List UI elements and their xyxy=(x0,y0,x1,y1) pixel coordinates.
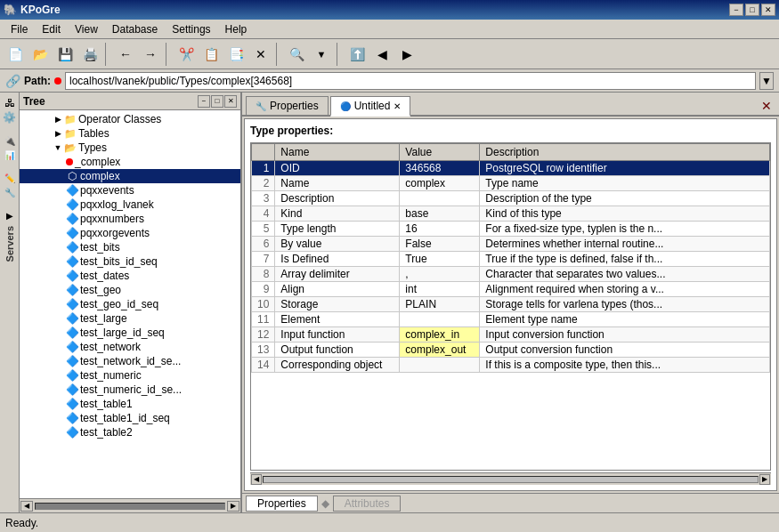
list-item[interactable]: 🔷 pqxxorgevents xyxy=(20,226,240,240)
tree-close-button[interactable]: ✕ xyxy=(224,95,237,108)
menu-view[interactable]: View xyxy=(68,21,105,37)
list-item[interactable]: 🔷 pqxxevents xyxy=(20,183,240,197)
menu-database[interactable]: Database xyxy=(105,21,165,37)
filter-button[interactable]: ▼ xyxy=(310,43,333,66)
scroll-right[interactable]: ▶ xyxy=(759,474,770,485)
bottom-tab-attributes[interactable]: Attributes xyxy=(333,496,402,512)
list-item[interactable]: 🔷 test_table1 xyxy=(20,397,240,411)
maximize-button[interactable]: □ xyxy=(745,4,759,16)
row-description: If this is a composite type, then this..… xyxy=(480,358,770,373)
type-icon: 🔷 xyxy=(66,326,78,339)
list-item[interactable]: 🔷 pqxxlog_lvanek xyxy=(20,197,240,212)
tab-properties[interactable]: 🔧 Properties xyxy=(246,96,329,115)
delete-button[interactable]: ✕ xyxy=(249,43,272,66)
list-item[interactable]: 🔷 test_large xyxy=(20,311,240,326)
tree-item-label: test_numeric_id_se... xyxy=(80,383,182,396)
copy-button[interactable]: 📋 xyxy=(199,43,223,66)
cut-button[interactable]: ✂️ xyxy=(174,43,198,66)
list-item[interactable]: ▶ 📁 Operator Classes xyxy=(20,112,240,126)
forward-button[interactable]: → xyxy=(139,43,162,66)
table-row[interactable]: 8Array delimiter,Character that separate… xyxy=(252,267,770,282)
folder-icon: 📁 xyxy=(64,127,77,140)
table-row[interactable]: 10StoragePLAINStorage tells for varlena … xyxy=(252,297,770,312)
server-settings-icon[interactable]: ⚙️ xyxy=(3,110,17,125)
execute-icon[interactable]: ▶ xyxy=(3,208,17,222)
table-row[interactable]: 14Corresponding objectIf this is a compo… xyxy=(252,358,770,373)
row-name: Corresponding object xyxy=(275,358,400,373)
list-item[interactable]: 🔷 pqxxnumbers xyxy=(20,212,240,226)
tree-scrollbar-h[interactable] xyxy=(35,503,225,510)
upload-button[interactable]: ⬆️ xyxy=(345,43,369,66)
tab-untitled[interactable]: 🔵 Untitled ✕ xyxy=(330,96,411,117)
menu-edit[interactable]: Edit xyxy=(35,21,68,37)
tree-item-label: pqxxorgevents xyxy=(80,227,150,239)
list-item[interactable]: 🔷 test_network xyxy=(20,340,240,354)
next-button[interactable]: ▶ xyxy=(395,43,418,66)
close-button[interactable]: ✕ xyxy=(761,4,775,16)
table-row[interactable]: 1OID346568PostgreSQL row identifier xyxy=(252,161,770,176)
print-button[interactable]: 🖨️ xyxy=(78,43,101,66)
table-icon[interactable]: 📊 xyxy=(3,148,17,162)
list-item[interactable]: 🔷 test_bits_id_seq xyxy=(20,254,240,269)
tree-item-complex[interactable]: ⬡ complex xyxy=(20,169,240,183)
menu-settings[interactable]: Settings xyxy=(165,21,217,37)
minimize-button[interactable]: − xyxy=(729,4,743,16)
list-item[interactable]: 🔷 test_network_id_se... xyxy=(20,354,240,368)
save-button[interactable]: 💾 xyxy=(53,43,77,66)
table-row[interactable]: 12Input functioncomplex_inInput conversi… xyxy=(252,327,770,343)
table-row[interactable]: 9AlignintAlignment required when storing… xyxy=(252,282,770,297)
edit-icon[interactable]: ✏️ xyxy=(3,171,17,185)
list-item[interactable]: 🔷 test_numeric_id_se... xyxy=(20,383,240,397)
table-row[interactable]: 4KindbaseKind of this type xyxy=(252,206,770,222)
back-button[interactable]: ← xyxy=(114,43,137,66)
menu-bar: File Edit View Database Settings Help xyxy=(0,20,779,39)
bottom-tab-properties[interactable]: Properties xyxy=(246,496,318,512)
list-item[interactable]: ▼ 📂 Types xyxy=(20,141,240,155)
tree-scroll-right[interactable]: ▶ xyxy=(227,501,239,512)
list-item[interactable]: 🔷 test_large_id_seq xyxy=(20,326,240,340)
tree-item-label: _complex xyxy=(75,156,120,168)
col-num xyxy=(252,144,275,161)
table-row[interactable]: 3DescriptionDescription of the type xyxy=(252,191,770,206)
tree-item-label: test_network xyxy=(80,341,141,353)
scroll-left[interactable]: ◀ xyxy=(251,474,262,485)
table-row[interactable]: 7Is DefinedTrueTrue if the type is defin… xyxy=(252,252,770,267)
list-item[interactable]: ▶ 📁 Tables xyxy=(20,126,240,141)
path-input[interactable] xyxy=(65,72,756,90)
path-dropdown-button[interactable]: ▼ xyxy=(759,72,774,90)
list-item[interactable]: 🔷 test_geo_id_seq xyxy=(20,297,240,311)
list-item[interactable]: 🔷 test_table1_id_seq xyxy=(20,411,240,425)
panel-close-button[interactable]: ✕ xyxy=(758,97,775,115)
scrollbar-h[interactable] xyxy=(263,476,759,483)
query-icon[interactable]: 🔌 xyxy=(3,133,17,148)
paste-button[interactable]: 📑 xyxy=(224,43,247,66)
list-item[interactable]: _complex xyxy=(20,155,240,169)
list-item[interactable]: 🔷 test_geo xyxy=(20,283,240,297)
table-row[interactable]: 13Output functioncomplex_outOutput conve… xyxy=(252,343,770,358)
new-button[interactable]: 📄 xyxy=(4,43,27,66)
wrench-icon[interactable]: 🔧 xyxy=(3,185,17,199)
tree-scroll-left[interactable]: ◀ xyxy=(20,501,33,512)
prev-button[interactable]: ◀ xyxy=(370,43,394,66)
tab-close-icon[interactable]: ✕ xyxy=(394,101,401,111)
open-button[interactable]: 📂 xyxy=(28,43,52,66)
menu-help[interactable]: Help xyxy=(218,21,255,37)
list-item[interactable]: 🔷 test_table2 xyxy=(20,425,240,439)
server-connect-icon[interactable]: 🖧 xyxy=(3,96,17,110)
table-row[interactable]: 2NamecomplexType name xyxy=(252,176,770,191)
app-icon: 🐘 xyxy=(4,4,17,16)
tree-minimize-button[interactable]: − xyxy=(198,95,210,108)
menu-file[interactable]: File xyxy=(4,21,35,37)
search-button[interactable]: 🔍 xyxy=(285,43,308,66)
table-wrapper[interactable]: Name Value Description 1OID346568Postgre… xyxy=(250,142,771,471)
servers-label[interactable]: Servers xyxy=(4,226,15,262)
table-row[interactable]: 6By valueFalseDetermines whether interna… xyxy=(252,237,770,252)
list-item[interactable]: 🔷 test_bits xyxy=(20,240,240,254)
tree-restore-button[interactable]: □ xyxy=(211,95,223,108)
list-item[interactable]: 🔷 test_dates xyxy=(20,269,240,283)
list-item[interactable]: 🔷 test_numeric xyxy=(20,368,240,383)
table-row[interactable]: 5Type length16For a fixed-size type, typ… xyxy=(252,222,770,237)
row-value: PLAIN xyxy=(400,297,480,312)
table-row[interactable]: 11ElementElement type name xyxy=(252,312,770,327)
row-number: 12 xyxy=(252,327,275,343)
